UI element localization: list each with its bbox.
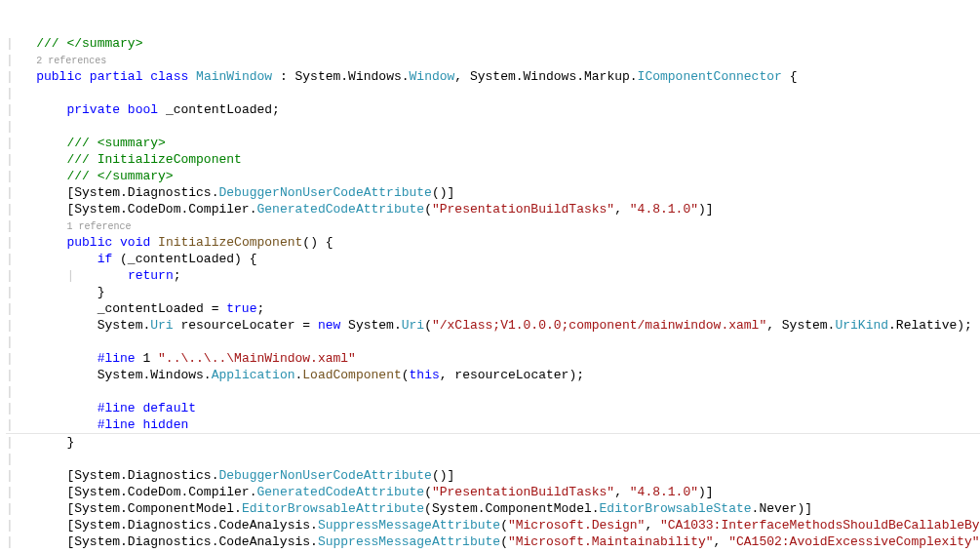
code-text: ( [500,518,508,533]
code-text: )] [698,485,714,499]
code-text: , resourceLocater); [440,368,584,382]
attribute-text: [System.ComponentModel. [66,501,241,516]
code-text: ( [402,368,410,382]
preprocessor: #line hidden [98,417,189,432]
attribute-text: [System.Diagnostics. [66,185,218,200]
keyword: return [128,268,174,283]
attribute-text: [System.Diagnostics.CodeAnalysis. [66,534,317,549]
code-text: System. [340,318,401,333]
type-name: GeneratedCodeAttribute [256,202,424,217]
code-text: , [645,518,660,533]
string-literal: "..\..\..\MainWindow.xaml" [158,351,356,366]
type-name: IComponentConnector [638,69,782,84]
keyword: class [150,69,188,84]
code-text: _contentLoaded = [98,301,227,316]
keyword: this [410,368,440,382]
string-literal: "4.8.1.0" [630,202,698,217]
code-text: , System.Windows.Markup. [454,69,637,84]
attribute-text: [System.CodeDom.Compiler. [66,485,256,499]
type-name: EditorBrowsableAttribute [242,501,424,516]
string-literal: "Microsoft.Maintainability" [508,534,714,549]
xml-doc-comment: /// <summary> [66,136,165,150]
attribute-text: [System.CodeDom.Compiler. [66,202,256,217]
keyword: private [66,102,120,117]
class-name: MainWindow [196,69,272,84]
code-text: () { [302,235,333,250]
string-literal: "/xClass;V1.0.0.0;component/mainwindow.x… [432,318,766,333]
method-name: LoadComponent [302,368,401,382]
keyword: partial [90,69,143,84]
code-text: , [614,202,630,217]
string-literal: "4.8.1.0" [630,485,698,499]
code-text: : System.Windows. [272,69,409,84]
code-text: , [614,485,630,499]
string-literal: "PresentationBuildTasks" [432,202,614,217]
attribute-text: [System.Diagnostics.CodeAnalysis. [66,518,317,533]
code-text: ; [174,268,181,283]
type-name: Window [410,69,455,84]
separator-line [6,433,980,434]
code-text: resourceLocater = [174,318,318,333]
code-text: ( [500,534,508,549]
code-text: } [66,435,74,450]
code-text: ()] [432,468,454,483]
code-text: , System. [766,318,835,333]
type-name: Application [212,368,295,382]
code-text: _contentLoaded; [158,102,280,117]
keyword: bool [128,102,158,117]
code-text: )] [698,202,714,217]
code-editor[interactable]: { "codelens": { "refs2": "2 references",… [0,0,980,553]
code-text: ()] [432,185,454,200]
type-name: EditorBrowsableState [600,501,752,516]
codelens-references[interactable]: 2 references [36,56,106,66]
type-name: SuppressMessageAttribute [318,534,500,549]
code-text: (System.ComponentModel. [424,501,599,516]
keyword: new [318,318,340,333]
code-text: System. [98,318,151,333]
code-text: 1 [136,351,158,366]
code-text: ; [256,301,264,316]
code-text: ( [424,485,432,499]
keyword: public [66,235,112,250]
type-name: SuppressMessageAttribute [318,518,500,533]
keyword: void [120,235,150,250]
string-literal: "PresentationBuildTasks" [432,485,614,499]
preprocessor: #line default [98,401,196,415]
string-literal: "Microsoft.Design" [508,518,645,533]
string-literal: "CA1502:AvoidExcessiveComplexity" [728,534,979,549]
code-text: .Relative); [888,318,972,333]
code-text: { [782,69,798,84]
type-name: DebuggerNonUserCodeAttribute [218,468,431,483]
xml-doc-comment: /// </summary> [66,169,173,183]
code-text: .Never)] [752,501,812,516]
attribute-text: [System.Diagnostics. [66,468,218,483]
type-name: Uri [402,318,424,333]
code-text: System.Windows. [98,368,212,382]
type-name: UriKind [835,318,888,333]
xml-doc-comment: /// </summary> [36,36,142,51]
code-text: ( [424,318,432,333]
code-text: ( [424,202,432,217]
code-text: } [98,285,105,299]
codelens-references[interactable]: 1 reference [66,221,131,232]
xml-doc-text: InitializeComponent [98,152,242,167]
method-name: InitializeComponent [158,235,302,250]
xml-doc-comment: /// [66,152,97,167]
string-literal: "CA1033:InterfaceMethodsShouldBeCallable… [660,518,980,533]
type-name: DebuggerNonUserCodeAttribute [218,185,431,200]
preprocessor: #line [98,351,136,366]
keyword: true [226,301,256,316]
keyword: public [36,69,82,84]
keyword: if [98,252,113,266]
code-text: (_contentLoaded) { [112,252,256,266]
type-name: Uri [150,318,173,333]
code-text: , [714,534,729,549]
type-name: GeneratedCodeAttribute [256,485,424,499]
